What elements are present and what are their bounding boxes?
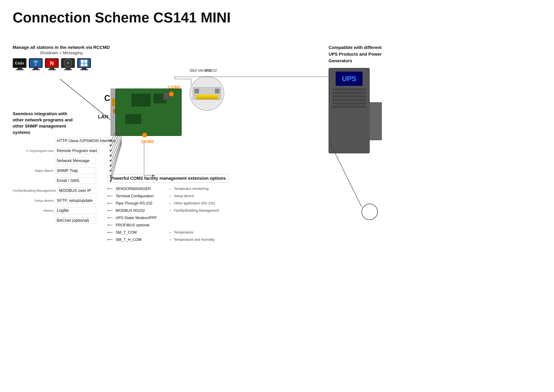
os2-icon: OS2	[29, 58, 43, 71]
slot-version-section: Slot Version	[190, 68, 224, 111]
feature-label-snmp: Major Alarm!	[13, 169, 54, 173]
com2-desc-pipethrough: Other application (RS-232)	[174, 201, 215, 205]
unix-icon: Unix	[13, 58, 27, 71]
generic-icon	[61, 58, 75, 71]
com2-name-terminal: Terminal Configuration	[116, 194, 166, 198]
com1-label: COM1	[168, 85, 181, 90]
com2-desc-sm-t-h-com: Temperature and Humidity	[174, 238, 215, 242]
com2-name-profibus: PROFIBUS optional	[116, 223, 166, 227]
bidir-arrow-8: ⟵	[107, 238, 114, 242]
feature-modbus: Facility/Building Management MODBUS over…	[13, 187, 117, 194]
rs232-label: RS232	[205, 68, 217, 73]
rccmd-title: Manage all stations in the network via R…	[13, 44, 110, 50]
feature-sftp: Setup device SFTP, setup/update	[13, 197, 117, 204]
com2-terminal: ⟵ Terminal Configuration → Setup device	[107, 194, 229, 198]
feature-name-logfile: Logfile	[55, 207, 96, 214]
ups-section: Compatible with different UPS Products a…	[329, 44, 385, 153]
feature-http: HTTP /Java /UPSMON interface	[13, 138, 117, 144]
feature-name-remote: Remote Program start	[55, 147, 99, 154]
feature-list: HTTP /Java /UPSMON interface C:\myprogra…	[13, 138, 117, 227]
network-title: Seemless integration with other network …	[13, 111, 73, 135]
bidir-arrow-6: ⟵	[107, 223, 114, 227]
com2-sensormanager: ⟵ SENSORMANAGER → Temperatur monitoring	[107, 187, 229, 191]
slot-inner	[193, 87, 221, 100]
com2-desc-terminal: Setup device	[174, 194, 194, 198]
pcb-container: COM1 COM2	[111, 76, 187, 142]
com2-section-title: Powerful COM2 facility management extens…	[107, 174, 229, 183]
svg-point-27	[362, 204, 378, 220]
ups-label: UPS	[342, 75, 356, 83]
arrow-right-7: →	[168, 230, 172, 235]
feature-label-logfile: History	[13, 209, 54, 212]
com2-sm-t-com: ⟵ SM_T_COM → Temperature	[107, 230, 229, 235]
com2-facility-section: Powerful COM2 facility management extens…	[107, 174, 229, 245]
slot-connector	[196, 95, 218, 99]
arrow-right-2: →	[168, 194, 172, 198]
arrow-right-4: →	[168, 208, 172, 213]
feature-email: Email / SMS	[13, 177, 117, 184]
com2-ups-dialer: ⟵ UPS Dialer Modem/PPP	[107, 216, 229, 220]
feature-bacnet: BACnet (optional)	[13, 217, 117, 224]
arrow-right-1: →	[168, 187, 172, 191]
com2-label: COM2	[141, 139, 154, 144]
bidir-arrow-5: ⟵	[107, 216, 114, 220]
os-icons-container: Unix OS2 N	[13, 58, 110, 71]
com2-sm-t-h-com: ⟵ SM_T_H_COM → Temperature and Humidity	[107, 238, 229, 242]
feature-snmp: Major Alarm! SNMP Trap	[13, 167, 117, 174]
feature-name-sftp: SFTP, setup/update	[55, 197, 96, 204]
ups-compatible-label: Compatible with different UPS Products a…	[329, 44, 385, 64]
lan-label: LAN	[98, 114, 108, 120]
novell-icon: N	[45, 58, 59, 71]
com2-pipethrough: ⟵ Pipe-Through RS-232 → Other applicatio…	[107, 201, 229, 205]
arrow-right-8: →	[168, 238, 172, 242]
rccmd-section: Manage all stations in the network via R…	[13, 44, 110, 71]
com2-modbus-rs232: ⟵ MODBUS RS232 → Facility/Building Manag…	[107, 208, 229, 213]
feature-name-bacnet: BACnet (optional)	[55, 217, 96, 224]
com2-name-sensormanager: SENSORMANAGER	[116, 187, 166, 191]
bidir-arrow-3: ⟵	[107, 201, 114, 205]
com2-desc-modbus-rs232: Facility/Building Management	[174, 209, 219, 213]
feature-logfile: History Logfile	[13, 207, 117, 214]
bidir-arrow-7: ⟵	[107, 230, 114, 235]
com2-name-modbus-rs232: MODBUS RS232	[116, 208, 166, 213]
com2-desc-sm-t-com: Temperature	[174, 230, 193, 234]
feature-name-snmp: SNMP Trap	[55, 167, 96, 174]
bidir-arrow-4: ⟵	[107, 208, 114, 213]
arrow-right-3: →	[168, 201, 172, 205]
feature-label-modbus: Facility/Building Management	[13, 189, 56, 193]
feature-label-remote: C:\myprogram.exe	[13, 149, 54, 153]
com2-name-pipethrough: Pipe-Through RS-232	[116, 201, 166, 205]
feature-name-netmsg: Network Message	[55, 157, 96, 164]
com2-name-ups-dialer: UPS Dialer Modem/PPP	[116, 216, 166, 220]
slot-circle	[190, 76, 224, 111]
page-title: Connection Scheme CS141 MINI	[13, 9, 231, 26]
feature-remote: C:\myprogram.exe Remote Program start	[13, 147, 117, 154]
network-section: Seemless integration with other network …	[13, 111, 73, 135]
com2-profibus: ⟵ PROFIBUS optional	[107, 223, 229, 227]
com2-dot	[142, 133, 147, 138]
rccmd-subtitle: Shutdown + Messaging	[13, 50, 110, 55]
com2-name-sm-t-com: SM_T_COM	[116, 230, 166, 235]
feature-label-sftp: Setup device	[13, 199, 54, 203]
feature-name-email: Email / SMS	[55, 177, 96, 184]
bidir-arrow-2: ⟵	[107, 194, 114, 198]
feature-name-http: HTTP /Java /UPSMON interface	[55, 138, 117, 144]
windows-icon	[77, 58, 91, 71]
ups-box: UPS	[329, 68, 370, 153]
feature-name-modbus: MODBUS over IP	[57, 187, 98, 194]
com1-dot	[169, 92, 174, 96]
com2-desc-sensormanager: Temperatur monitoring	[174, 187, 208, 191]
com2-name-sm-t-h-com: SM_T_H_COM	[116, 238, 166, 242]
bidir-arrow-1: ⟵	[107, 187, 114, 191]
feature-netmsg: Network Message	[13, 157, 117, 164]
